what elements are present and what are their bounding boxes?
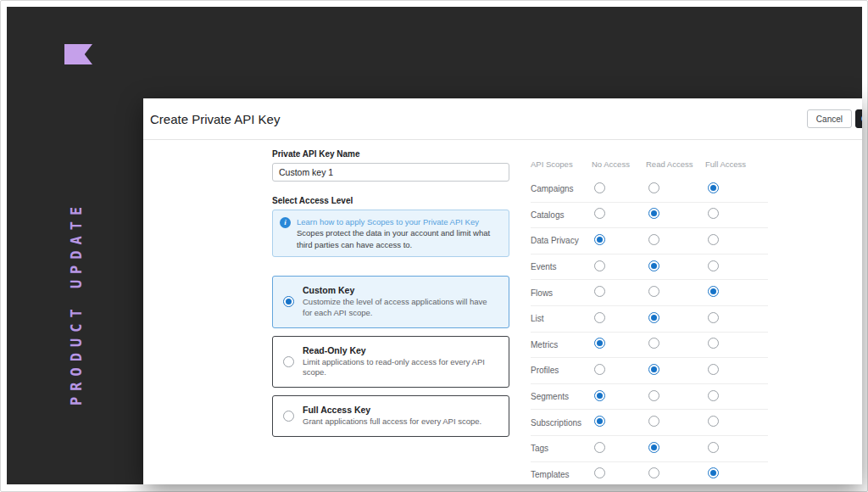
- read-access-radio[interactable]: [648, 312, 659, 323]
- read-access-radio[interactable]: [648, 364, 659, 375]
- access-level-label: Select Access Level: [272, 196, 509, 205]
- scope-cell-read-access: [646, 182, 705, 197]
- access-option-title: Full Access Key: [303, 405, 481, 415]
- no-access-radio[interactable]: [594, 234, 605, 245]
- scope-row-tags: Tags: [531, 436, 768, 462]
- scope-label: Profiles: [531, 366, 592, 375]
- read-access-radio[interactable]: [648, 208, 659, 219]
- scopes-rows: CampaignsCatalogsData PrivacyEventsFlows…: [531, 176, 768, 484]
- scopes-info-body: Scopes protect the data in your account …: [297, 228, 490, 249]
- scope-cell-read-access: [646, 415, 705, 430]
- read-access-radio[interactable]: [648, 338, 659, 349]
- api-key-name-label: Private API Key Name: [272, 149, 509, 159]
- api-key-name-input[interactable]: [272, 163, 509, 182]
- scope-label: Subscriptions: [531, 418, 592, 428]
- read-access-radio[interactable]: [648, 467, 659, 478]
- scope-cell-no-access: [592, 415, 646, 430]
- modal-title: Create Private API Key: [150, 112, 280, 126]
- scope-cell-full-access: [705, 233, 768, 249]
- scope-row-profiles: Profiles: [531, 358, 768, 384]
- scope-label: Data Privacy: [531, 236, 592, 245]
- no-access-radio[interactable]: [594, 442, 605, 453]
- no-access-radio[interactable]: [594, 467, 605, 478]
- scope-cell-read-access: [646, 363, 705, 378]
- access-option-desc: Limit applications to read-only access f…: [303, 357, 498, 379]
- scope-cell-read-access: [646, 389, 705, 405]
- access-option-radio[interactable]: [283, 296, 294, 307]
- access-option-title: Custom Key: [303, 285, 498, 295]
- scope-cell-no-access: [592, 337, 646, 352]
- access-option-text: Full Access KeyGrant applications full a…: [303, 405, 481, 428]
- full-access-radio[interactable]: [708, 364, 719, 375]
- no-access-radio[interactable]: [594, 390, 605, 401]
- scope-cell-full-access: [705, 207, 768, 222]
- full-access-radio[interactable]: [708, 416, 719, 427]
- full-access-radio[interactable]: [708, 442, 719, 453]
- scope-cell-no-access: [592, 363, 646, 378]
- create-button[interactable]: Create: [855, 109, 862, 128]
- full-access-radio[interactable]: [708, 182, 719, 193]
- scope-label: Templates: [531, 470, 592, 479]
- read-access-radio[interactable]: [648, 442, 659, 453]
- scope-cell-no-access: [592, 467, 646, 482]
- scopes-info-banner: i Learn how to apply Scopes to your Priv…: [272, 210, 509, 257]
- read-access-radio[interactable]: [648, 286, 659, 297]
- scope-label: Metrics: [531, 340, 592, 349]
- no-access-radio[interactable]: [594, 416, 605, 427]
- no-access-radio[interactable]: [594, 182, 605, 193]
- scope-cell-full-access: [705, 415, 768, 430]
- scope-cell-read-access: [646, 311, 705, 327]
- access-option-radio[interactable]: [283, 356, 294, 367]
- scope-cell-full-access: [705, 337, 768, 352]
- no-access-radio[interactable]: [594, 260, 605, 271]
- scope-cell-read-access: [646, 207, 705, 222]
- scope-row-segments: Segments: [531, 384, 768, 411]
- api-key-form: Private API Key Name Select Access Level…: [272, 149, 509, 444]
- no-access-radio[interactable]: [594, 364, 605, 375]
- access-option-title: Read-Only Key: [303, 345, 498, 355]
- full-access-radio[interactable]: [708, 208, 719, 219]
- scope-row-subscriptions: Subscriptions: [531, 410, 768, 436]
- read-access-radio[interactable]: [648, 416, 659, 427]
- scope-row-list: List: [531, 306, 768, 333]
- scope-cell-no-access: [592, 285, 646, 300]
- access-option-desc: Grant applications full access for every…: [303, 417, 481, 428]
- full-access-radio[interactable]: [708, 312, 719, 323]
- access-option-read-only-key[interactable]: Read-Only KeyLimit applications to read-…: [272, 336, 509, 389]
- scope-cell-no-access: [592, 233, 646, 249]
- access-option-text: Custom KeyCustomize the level of access …: [303, 285, 498, 319]
- scope-label: Tags: [531, 444, 592, 453]
- cancel-button[interactable]: Cancel: [807, 109, 852, 128]
- brand-flag-icon: [64, 44, 92, 64]
- no-access-radio[interactable]: [594, 286, 605, 297]
- full-access-radio[interactable]: [708, 286, 719, 297]
- access-option-custom-key[interactable]: Custom KeyCustomize the level of access …: [272, 276, 509, 328]
- full-access-radio[interactable]: [708, 338, 719, 349]
- scope-label: Campaigns: [531, 184, 592, 193]
- read-access-radio[interactable]: [648, 390, 659, 401]
- read-access-radio[interactable]: [648, 260, 659, 271]
- scope-cell-no-access: [592, 389, 646, 405]
- scopes-info-text: Learn how to apply Scopes to your Privat…: [297, 216, 502, 250]
- full-access-radio[interactable]: [708, 260, 719, 271]
- scopes-learn-link[interactable]: Learn how to apply Scopes to your Privat…: [297, 217, 479, 226]
- full-access-radio[interactable]: [708, 390, 719, 401]
- no-access-radio[interactable]: [594, 312, 605, 323]
- scope-row-templates: Templates: [531, 462, 768, 484]
- access-option-full-access-key[interactable]: Full Access KeyGrant applications full a…: [272, 395, 509, 437]
- create-api-key-modal: Create Private API Key Cancel Create Pri…: [143, 98, 862, 484]
- read-access-radio[interactable]: [648, 182, 659, 193]
- full-access-radio[interactable]: [708, 234, 719, 245]
- scope-cell-read-access: [646, 337, 705, 352]
- scope-cell-full-access: [705, 182, 768, 197]
- access-option-radio[interactable]: [283, 411, 294, 422]
- scope-cell-full-access: [705, 467, 768, 482]
- no-access-radio[interactable]: [594, 338, 605, 349]
- no-access-radio[interactable]: [594, 208, 605, 219]
- scopes-col-read-access: Read Access: [646, 159, 705, 169]
- read-access-radio[interactable]: [648, 234, 659, 245]
- scope-cell-read-access: [646, 441, 705, 456]
- page-frame: PRODUCT UPDATE Create Private API Key Ca…: [0, 0, 868, 492]
- modal-header: Create Private API Key Cancel Create: [143, 98, 862, 140]
- full-access-radio[interactable]: [708, 467, 719, 478]
